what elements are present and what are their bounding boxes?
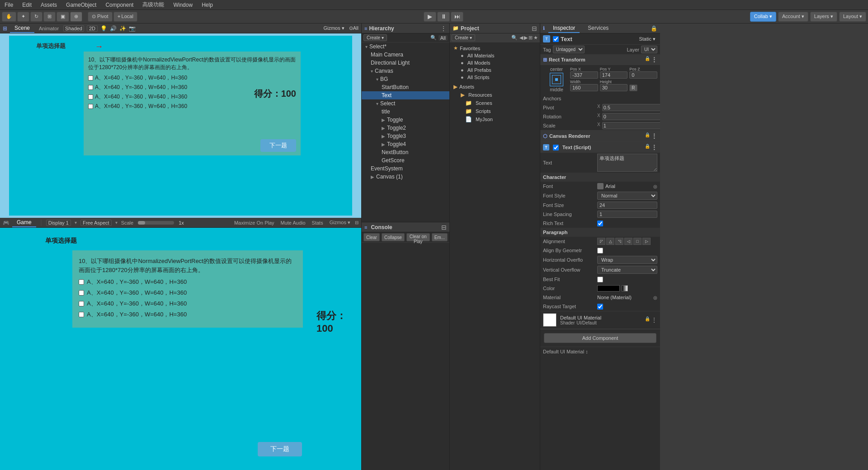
project-dots[interactable]: ⊟ <box>532 25 537 32</box>
console-collapse-btn[interactable]: Collapse <box>382 233 405 241</box>
all-btn[interactable]: ⊙All <box>349 25 359 31</box>
maximize-btn[interactable]: Maximize On Play <box>234 220 274 226</box>
tab-game[interactable]: Game <box>12 218 36 227</box>
posz-input[interactable] <box>629 71 657 79</box>
scene-2d-btn[interactable]: 2D <box>87 25 98 32</box>
pivot-button[interactable]: ⊙ Pivot <box>88 12 113 22</box>
font-select-icon[interactable]: ◎ <box>653 184 657 189</box>
console-error-btn[interactable]: Em... <box>432 233 448 241</box>
scale-tool[interactable]: ⊞ <box>43 12 56 22</box>
rt-dots-icon[interactable]: ⋮ <box>651 56 657 63</box>
proj-all-prefabs[interactable]: ● All Prefabs <box>452 66 538 74</box>
rt-lock-icon[interactable]: 🔒 <box>645 56 650 63</box>
hierarchy-item-dir-light[interactable]: Directional Light <box>362 59 449 67</box>
proj-resources-item[interactable]: ▶ Resources <box>452 91 538 99</box>
console-clear-on-play-btn[interactable]: Clear on Play <box>406 233 430 241</box>
proj-create-btn[interactable]: Create ▾ <box>452 34 475 41</box>
mute-btn[interactable]: Mute Audio <box>281 220 306 226</box>
line-spacing-input[interactable] <box>597 211 657 218</box>
hierarchy-item-bg[interactable]: ▾ BG <box>362 75 449 83</box>
align-ml[interactable]: ◁ <box>624 238 632 245</box>
menu-item-assets[interactable]: Assets <box>36 1 61 9</box>
game-gizmos-btn[interactable]: Gizmos ▾ <box>330 220 350 226</box>
console-dots[interactable]: ⊟ <box>441 224 447 231</box>
console-clear-btn[interactable]: Clear <box>363 233 380 241</box>
text-field-input[interactable]: 单项选择题 <box>597 154 657 172</box>
hand-tool[interactable]: ✋ <box>2 12 16 22</box>
scene-mode-select[interactable]: Shaded <box>63 25 84 32</box>
width-input[interactable] <box>570 84 598 91</box>
proj-scripts[interactable]: 📁 Scripts <box>452 107 538 115</box>
hierarchy-item-toggle[interactable]: ▶ Toggle <box>362 116 449 124</box>
pause-button[interactable]: ⏸ <box>437 12 450 22</box>
height-input[interactable] <box>600 84 628 91</box>
scene-checkbox-2[interactable] <box>88 85 93 90</box>
rect-tool[interactable]: ▣ <box>57 12 69 22</box>
text-script-header[interactable]: T Text (Script) 🔒 ⋮ <box>540 142 660 153</box>
r-button[interactable]: R <box>629 85 637 91</box>
posy-input[interactable] <box>600 71 628 79</box>
tag-select[interactable]: Untagged <box>553 46 585 53</box>
anchor-box[interactable] <box>550 73 563 86</box>
proj-favorites-header[interactable]: ★ Favorites <box>452 44 538 52</box>
add-component-button[interactable]: Add Component <box>544 333 656 343</box>
raycast-checkbox[interactable] <box>597 304 603 310</box>
component-enabled-checkbox[interactable] <box>553 36 559 42</box>
best-fit-checkbox[interactable] <box>597 277 603 282</box>
display-select[interactable]: Display 1 <box>46 220 71 226</box>
game-checkbox-1[interactable] <box>79 279 84 285</box>
hierarchy-item-title[interactable]: title <box>362 108 449 116</box>
stats-btn[interactable]: Stats <box>312 220 323 226</box>
rich-text-checkbox[interactable] <box>597 221 603 226</box>
tab-inspector[interactable]: Inspector <box>548 24 580 33</box>
aspect-select[interactable]: Free Aspect <box>80 220 112 226</box>
hierarchy-item-select2[interactable]: ▾ Select <box>362 99 449 108</box>
hierarchy-item-canvas1[interactable]: ▶ Canvas (1) <box>362 173 449 181</box>
canvas-renderer-header[interactable]: ⬡ Canvas Renderer 🔒 ⋮ <box>540 131 660 141</box>
color-swatch[interactable] <box>597 285 620 291</box>
hierarchy-item-getscore[interactable]: GetScore <box>362 156 449 164</box>
game-checkbox-3[interactable] <box>79 301 84 306</box>
ts-dots-icon[interactable]: ⋮ <box>651 144 657 151</box>
hier-all-label[interactable]: All <box>439 35 448 41</box>
panel-min-icon[interactable]: ⊟ <box>355 220 359 225</box>
scene-checkbox-1[interactable] <box>88 75 93 80</box>
cr-dots-icon[interactable]: ⋮ <box>651 132 657 140</box>
proj-all-scripts[interactable]: ● All Scripts <box>452 74 538 81</box>
game-checkbox-2[interactable] <box>79 290 84 296</box>
scene-light-icon[interactable]: 💡 <box>100 25 107 32</box>
hierarchy-item-toggle4[interactable]: ▶ Toggle4 <box>362 140 449 148</box>
tab-scene[interactable]: Scene <box>10 24 34 33</box>
local-button[interactable]: ⌖ Local <box>113 12 137 22</box>
scene-audio-icon[interactable]: 🔊 <box>110 25 117 32</box>
pivot-x-input[interactable] <box>602 104 660 111</box>
menu-item-advanced[interactable]: 高级功能 <box>138 0 169 9</box>
menu-item-file[interactable]: File <box>0 1 18 9</box>
scale-slider[interactable] <box>138 221 174 225</box>
rect-transform-header[interactable]: ⊞ Rect Transform 🔒 ⋮ <box>540 54 660 65</box>
inspector-lock-icon[interactable]: 🔒 <box>651 25 657 32</box>
move-tool[interactable]: ✦ <box>17 12 29 22</box>
mat-lock-icon[interactable]: 🔒 <box>645 316 650 324</box>
rot-x-input[interactable] <box>602 113 660 120</box>
h-overflow-select[interactable]: Wrap Overflow <box>597 256 657 264</box>
layout-button[interactable]: Layout ▾ <box>839 12 866 22</box>
menu-item-edit[interactable]: Edit <box>18 1 36 9</box>
align-tc[interactable]: △ <box>606 238 614 245</box>
font-size-input[interactable] <box>597 202 657 209</box>
scene-next-button[interactable]: 下一题 <box>260 139 296 152</box>
menu-item-gameobject[interactable]: GameObject <box>61 1 101 9</box>
proj-search-icon[interactable]: 🔍 <box>511 35 518 41</box>
align-geometry-checkbox[interactable] <box>597 248 603 254</box>
scene-camera-icon[interactable]: 📷 <box>129 25 136 32</box>
color-gradient[interactable] <box>622 285 628 291</box>
step-button[interactable]: ⏭ <box>451 12 463 22</box>
tab-services[interactable]: Services <box>583 24 613 33</box>
hierarchy-item-canvas[interactable]: ▾ Canvas <box>362 67 449 75</box>
proj-myjson[interactable]: 📄 MyJson <box>452 115 538 123</box>
align-mc[interactable]: □ <box>633 238 642 245</box>
scene-fx-icon[interactable]: ✨ <box>119 25 126 32</box>
hierarchy-item-nextbutton[interactable]: NextButton <box>362 148 449 156</box>
scene-checkbox-3[interactable] <box>88 94 93 99</box>
hierarchy-item-select[interactable]: ▾ Select* <box>362 42 449 51</box>
